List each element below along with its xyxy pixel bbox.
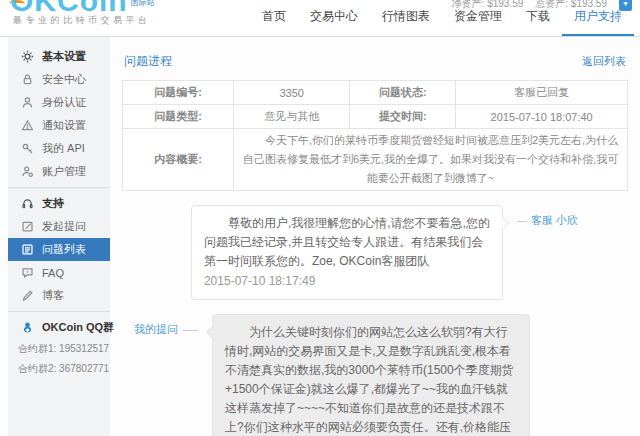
nav-home[interactable]: 首页 xyxy=(250,8,298,36)
gear-icon xyxy=(21,50,34,63)
speech-bubble-icon xyxy=(21,266,34,279)
support-agent-label: 客服 小欣 xyxy=(517,213,578,228)
sidebar-item-qq-group[interactable]: OKCoin QQ群 xyxy=(8,316,110,339)
nav-funds[interactable]: 资金管理 xyxy=(442,8,514,36)
sidebar-item-label: 我的 API xyxy=(42,141,85,156)
sidebar-item-label: OKCoin QQ群 xyxy=(42,320,114,335)
table-row: 内容概要: 今天下午,你们的莱特币季度期货曾经短时间被恶意压到2美元左右,为什么… xyxy=(123,129,628,191)
sidebar-item-faq[interactable]: FAQ xyxy=(8,261,110,284)
list-icon xyxy=(21,243,34,256)
message-text: 为什么关键时刻你们的网站怎么这么软弱?有大行情时,网站的交易界面又是卡,又是数字… xyxy=(225,323,517,436)
ticket-time-value: 2015-07-10 18:07:40 xyxy=(456,105,628,129)
chevron-down-icon: ▾ xyxy=(623,0,627,8)
nav-user-support[interactable]: 用户支持 xyxy=(562,8,634,36)
logo-badge: 国际站 xyxy=(131,0,155,7)
lock-icon xyxy=(21,73,34,86)
main-header: 问题进程 返回列表 xyxy=(124,53,626,70)
sidebar-item-label: 问题列表 xyxy=(42,242,86,257)
person-icon xyxy=(21,96,34,109)
support-message: 尊敬的用户,我很理解您的心情,请您不要着急,您的问题我已经记录,并且转交给专人跟… xyxy=(122,205,628,300)
sidebar-divider xyxy=(8,187,110,188)
ticket-status-value: 客服已回复 xyxy=(456,81,628,105)
nav-trade-center[interactable]: 交易中心 xyxy=(298,8,370,36)
sidebar-item-label: 支持 xyxy=(42,196,64,211)
sidebar-item-account-management[interactable]: 账户管理 xyxy=(8,160,110,183)
message-text: 尊敬的用户,我很理解您的心情,请您不要着急,您的问题我已经记录,并且转交给专人跟… xyxy=(204,214,490,271)
message-thread: 尊敬的用户,我很理解您的心情,请您不要着急,您的问题我已经记录,并且转交给专人跟… xyxy=(122,205,628,436)
sidebar-item-blog[interactable]: 博客 xyxy=(8,284,110,307)
headset-icon xyxy=(21,197,34,210)
sidebar-item-identity-verification[interactable]: 身份认证 xyxy=(8,91,110,114)
ticket-id-label: 问题编号: xyxy=(123,81,234,105)
sidebar-item-security-center[interactable]: 安全中心 xyxy=(8,68,110,91)
ticket-time-label: 提交时间: xyxy=(350,105,456,129)
main-nav: 首页 交易中心 行情图表 资金管理 下载 用户支持 xyxy=(250,8,634,36)
table-row: 问题类型: 意见与其他 提交时间: 2015-07-10 18:07:40 xyxy=(123,105,628,129)
ticket-summary-label: 内容概要: xyxy=(123,129,234,191)
key-icon xyxy=(21,142,34,155)
logo-slogan: 最专业的比特币交易平台 xyxy=(13,14,151,27)
sidebar-item-ask-question[interactable]: 发起提问 xyxy=(8,215,110,238)
back-to-list-link[interactable]: 返回列表 xyxy=(582,54,626,69)
ticket-info-table: 问题编号: 3350 问题状态: 客服已回复 问题类型: 意见与其他 提交时间:… xyxy=(122,80,628,191)
sidebar-item-question-list[interactable]: 问题列表 xyxy=(8,238,110,261)
user-message: 我的提问 为什么关键时刻你们的网站怎么这么软弱?有大行情时,网站的交易界面又是卡… xyxy=(122,314,628,436)
person-gear-icon xyxy=(21,165,34,178)
sidebar-item-basic-settings[interactable]: 基本设置 xyxy=(8,45,110,68)
sidebar-item-support[interactable]: 支持 xyxy=(8,192,110,215)
sidebar-item-label: 博客 xyxy=(42,288,64,303)
ticket-id-value: 3350 xyxy=(234,81,350,105)
ticket-type-label: 问题类型: xyxy=(123,105,234,129)
edit-icon xyxy=(21,220,34,233)
sidebar-item-label: 身份认证 xyxy=(42,95,86,110)
sidebar: 基本设置 安全中心 身份认证 通知设置 我的 API 账户管理 支持 xyxy=(8,37,110,436)
nav-charts[interactable]: 行情图表 xyxy=(370,8,442,36)
sidebar-item-label: 通知设置 xyxy=(42,118,86,133)
pen-icon xyxy=(21,289,34,302)
sidebar-item-label: 发起提问 xyxy=(42,219,86,234)
main-panel: 问题进程 返回列表 问题编号: 3350 问题状态: 客服已回复 问题类型: 意… xyxy=(110,37,640,436)
sidebar-item-my-api[interactable]: 我的 API xyxy=(8,137,110,160)
ticket-summary-text: 今天下午,你们的莱特币季度期货曾经短时间被恶意压到2美元左右,为什么自己图表修复… xyxy=(234,129,628,191)
message-bubble: 尊敬的用户,我很理解您的心情,请您不要着急,您的问题我已经记录,并且转交给专人跟… xyxy=(191,205,503,300)
ticket-type-value: 意见与其他 xyxy=(234,105,350,129)
top-header: OKCoin国际站 最专业的比特币交易平台 净资产: $193.59 总资产: … xyxy=(0,0,640,37)
warning-icon xyxy=(21,119,34,132)
page-title: 问题进程 xyxy=(124,53,172,70)
content-area: 基本设置 安全中心 身份认证 通知设置 我的 API 账户管理 支持 xyxy=(0,37,640,436)
sidebar-item-label: FAQ xyxy=(42,267,64,279)
sidebar-divider xyxy=(8,311,110,312)
sidebar-item-notification-settings[interactable]: 通知设置 xyxy=(8,114,110,137)
nav-download[interactable]: 下载 xyxy=(514,8,562,36)
ticket-status-label: 问题状态: xyxy=(350,81,456,105)
message-timestamp: 2015-07-10 18:17:49 xyxy=(204,272,490,291)
my-question-label: 我的提问 xyxy=(134,322,198,337)
qq-group-1: 合约群1: 195312517 xyxy=(8,339,110,359)
qq-group-2: 合约群2: 367802771 xyxy=(8,359,110,379)
sidebar-item-label: 基本设置 xyxy=(42,49,86,64)
sidebar-item-label: 安全中心 xyxy=(42,72,86,87)
sidebar-item-label: 账户管理 xyxy=(42,164,86,179)
qq-penguin-icon xyxy=(21,321,34,334)
message-bubble: 为什么关键时刻你们的网站怎么这么软弱?有大行情时,网站的交易界面又是卡,又是数字… xyxy=(212,314,530,436)
table-row: 问题编号: 3350 问题状态: 客服已回复 xyxy=(123,81,628,105)
